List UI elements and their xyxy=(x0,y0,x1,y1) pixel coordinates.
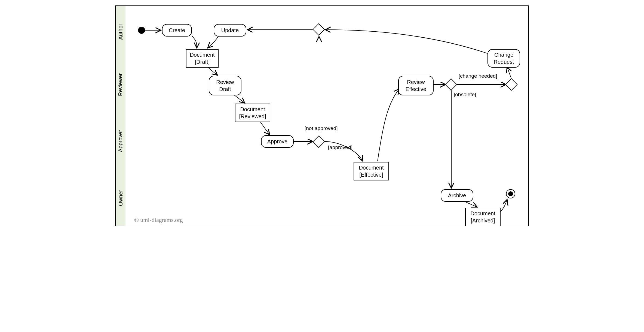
lane-label-text: Owner xyxy=(118,190,124,206)
lane-body-approver xyxy=(125,112,529,171)
object-label-line: Document xyxy=(190,52,214,58)
activity-label: Create xyxy=(169,27,185,33)
object-document-effective: Document [Effective] xyxy=(354,162,389,180)
object-label-line: Document xyxy=(359,165,384,171)
activity-review-effective: Review Effective xyxy=(398,76,434,95)
lane-label-text: Reviewer xyxy=(118,73,124,96)
activity-create: Create xyxy=(162,24,192,37)
activity-label: Approve xyxy=(267,138,288,144)
lane-label-approver: Approver xyxy=(115,112,126,171)
activity-label-line: Change xyxy=(494,52,513,58)
lane-label-owner: Owner xyxy=(115,170,126,226)
activity-update: Update xyxy=(214,24,246,37)
activity-approve: Approve xyxy=(261,135,294,148)
guard-not-approved: [not approved] xyxy=(305,125,338,131)
lane-label-text: Author xyxy=(118,24,124,40)
activity-label: Update xyxy=(221,27,239,33)
guard-obsolete: [obsolete] xyxy=(454,92,476,98)
object-label-line: Document xyxy=(470,210,495,216)
object-label-line: [Effective] xyxy=(359,172,383,178)
object-label-line: Document xyxy=(240,106,265,112)
guard-change-needed: [change needed] xyxy=(459,73,497,79)
lane-label-author: Author xyxy=(115,5,126,58)
activity-label-line: Draft xyxy=(219,86,231,92)
copyright-text: © uml-diagrams.org xyxy=(134,216,183,224)
activity-archive: Archive xyxy=(441,189,473,202)
initial-node xyxy=(138,27,145,34)
object-document-archived: Document [Archived] xyxy=(465,208,501,226)
guard-approved: [approved] xyxy=(328,144,352,150)
object-document-reviewed: Document [Reviewed] xyxy=(235,104,270,122)
activity-change-request: Change Request xyxy=(487,49,520,68)
activity-label-line: Review xyxy=(216,79,234,85)
lane-label-text: Approver xyxy=(118,130,124,152)
object-label-line: [Draft] xyxy=(195,59,210,65)
activity-label: Archive xyxy=(448,192,466,198)
object-label-line: [Reviewed] xyxy=(239,113,266,119)
lane-label-reviewer: Reviewer xyxy=(115,57,126,112)
activity-label-line: Review xyxy=(407,79,425,85)
object-label-line: [Archived] xyxy=(471,218,495,224)
activity-label-line: Request xyxy=(494,59,514,65)
object-document-draft: Document [Draft] xyxy=(186,49,219,68)
uml-activity-diagram: Author Reviewer Approver Owner Create Up… xyxy=(115,5,529,226)
activity-review-draft: Review Draft xyxy=(209,76,241,95)
activity-label-line: Effective xyxy=(406,86,426,92)
final-node xyxy=(506,189,515,198)
